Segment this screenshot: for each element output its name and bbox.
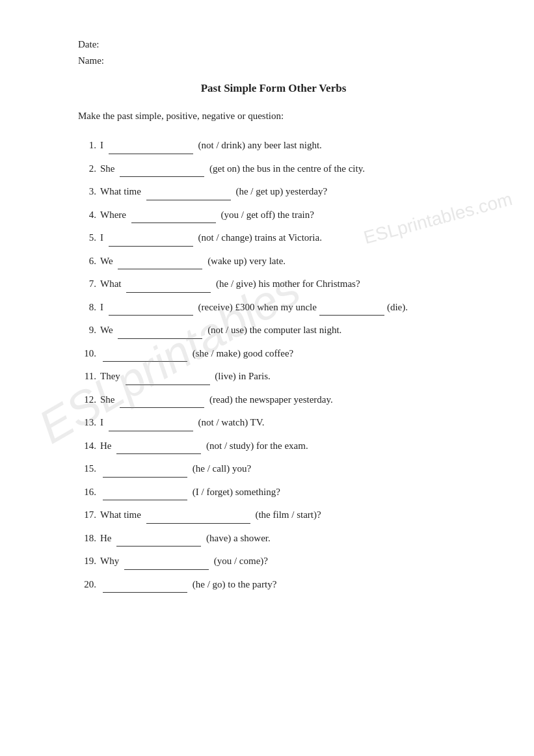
item-sentence: I (receive) £300 when my uncle(die).	[100, 299, 469, 316]
item-sentence: She (read) the newspaper yesterday.	[100, 392, 469, 409]
item-sentence: What (he / give) his mother for Christma…	[100, 276, 469, 293]
item-number: 17.	[78, 507, 96, 524]
answer-blank[interactable]	[126, 282, 211, 293]
exercise-item-10: 10. (she / make) good coffee?	[78, 345, 469, 362]
exercise-item-17: 17. What time (the film / start)?	[78, 507, 469, 524]
item-number: 7.	[78, 276, 96, 293]
answer-blank[interactable]	[116, 536, 201, 547]
item-sentence: He (have) a shower.	[100, 530, 469, 547]
exercise-item-3: 3. What time (he / get up) yesterday?	[78, 183, 469, 200]
item-number: 5.	[78, 230, 96, 247]
item-sentence: We (wake up) very late.	[100, 253, 469, 270]
exercise-item-20: 20. (he / go) to the party?	[78, 576, 469, 593]
item-number: 3.	[78, 183, 96, 200]
answer-blank-2[interactable]	[319, 305, 384, 316]
item-number: 16.	[78, 484, 96, 501]
answer-blank[interactable]	[109, 420, 193, 431]
exercise-item-13: 13. I (not / watch) TV.	[78, 414, 469, 431]
item-sentence: (she / make) good coffee?	[100, 345, 469, 362]
item-sentence: (he / call) you?	[100, 461, 469, 478]
answer-blank[interactable]	[116, 444, 201, 455]
item-number: 14.	[78, 438, 96, 455]
exercise-item-5: 5. I (not / change) trains at Victoria.	[78, 230, 469, 247]
exercise-item-19: 19. Why (you / come)?	[78, 553, 469, 570]
answer-blank[interactable]	[103, 466, 187, 478]
exercise-item-1: 1. I (not / drink) any beer last night.	[78, 137, 469, 154]
answer-blank[interactable]	[124, 559, 209, 570]
answer-blank[interactable]	[109, 236, 193, 247]
answer-blank[interactable]	[103, 351, 187, 362]
exercise-item-4: 4. Where (you / get off) the train?	[78, 207, 469, 224]
item-sentence: I (not / watch) TV.	[100, 414, 469, 431]
item-sentence: Why (you / come)?	[100, 553, 469, 570]
item-sentence: We (not / use) the computer last night.	[100, 322, 469, 339]
exercise-item-11: 11. They (live) in Paris.	[78, 368, 469, 385]
item-sentence: (he / go) to the party?	[100, 576, 469, 593]
item-number: 18.	[78, 530, 96, 547]
item-number: 9.	[78, 322, 96, 339]
instruction-text: Make the past simple, positive, negative…	[78, 111, 469, 122]
item-number: 12.	[78, 392, 96, 409]
exercise-item-9: 9. We (not / use) the computer last nigh…	[78, 322, 469, 339]
exercise-item-6: 6. We (wake up) very late.	[78, 253, 469, 270]
item-sentence: She (get on) the bus in the centre of th…	[100, 161, 469, 178]
name-line: Name:	[78, 55, 469, 66]
answer-blank[interactable]	[126, 374, 210, 385]
item-sentence: Where (you / get off) the train?	[100, 207, 469, 224]
exercise-item-18: 18. He (have) a shower.	[78, 530, 469, 547]
answer-blank[interactable]	[146, 189, 231, 200]
item-number: 19.	[78, 553, 96, 570]
item-sentence: I (not / change) trains at Victoria.	[100, 230, 469, 247]
item-sentence: (I / forget) something?	[100, 484, 469, 501]
answer-blank[interactable]	[120, 398, 204, 409]
date-label: Date:	[78, 39, 99, 49]
item-sentence: What time (the film / start)?	[100, 507, 469, 524]
date-line: Date:	[78, 39, 469, 50]
exercise-item-16: 16. (I / forget) something?	[78, 484, 469, 501]
item-sentence: I (not / drink) any beer last night.	[100, 137, 469, 154]
item-number: 10.	[78, 345, 96, 362]
exercise-item-8: 8. I (receive) £300 when my uncle(die).	[78, 299, 469, 316]
item-number: 20.	[78, 576, 96, 593]
worksheet-title: Past Simple Form Other Verbs	[78, 82, 469, 95]
item-number: 2.	[78, 161, 96, 178]
answer-blank[interactable]	[131, 213, 216, 224]
exercise-item-12: 12. She (read) the newspaper yesterday.	[78, 392, 469, 409]
exercise-item-14: 14. He (not / study) for the exam.	[78, 438, 469, 455]
answer-blank[interactable]	[146, 513, 250, 524]
exercise-item-7: 7. What (he / give) his mother for Chris…	[78, 276, 469, 293]
name-label: Name:	[78, 55, 104, 66]
item-number: 15.	[78, 461, 96, 478]
exercise-item-2: 2. She (get on) the bus in the centre of…	[78, 161, 469, 178]
answer-blank[interactable]	[120, 167, 204, 178]
answer-blank[interactable]	[103, 582, 187, 593]
answer-blank[interactable]	[109, 143, 193, 154]
item-sentence: They (live) in Paris.	[100, 368, 469, 385]
item-sentence: What time (he / get up) yesterday?	[100, 183, 469, 200]
answer-blank[interactable]	[118, 328, 202, 339]
item-number: 1.	[78, 137, 96, 154]
item-number: 6.	[78, 253, 96, 270]
exercise-list: 1. I (not / drink) any beer last night. …	[78, 137, 469, 593]
item-number: 8.	[78, 299, 96, 316]
item-number: 4.	[78, 207, 96, 224]
answer-blank[interactable]	[109, 305, 193, 316]
exercise-item-15: 15. (he / call) you?	[78, 461, 469, 478]
answer-blank[interactable]	[103, 490, 187, 501]
answer-blank[interactable]	[118, 259, 202, 270]
item-sentence: He (not / study) for the exam.	[100, 438, 469, 455]
worksheet-page: ESLprintables ESLprintables.com Date: Na…	[0, 0, 534, 756]
item-number: 11.	[78, 368, 96, 385]
item-number: 13.	[78, 414, 96, 431]
